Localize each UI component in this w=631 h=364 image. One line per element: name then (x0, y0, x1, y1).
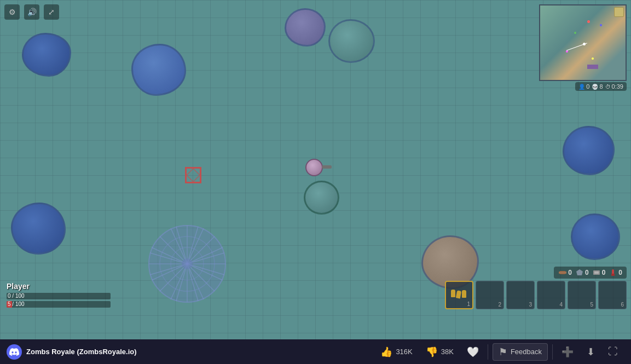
kills-stat: 💀 8 (592, 83, 603, 90)
inventory-slot-3[interactable]: 3 (506, 281, 535, 309)
metal-resource: 0 (592, 268, 606, 277)
taskbar-divider-2 (552, 344, 553, 360)
bullet-shape (462, 290, 466, 298)
inventory-row: 1 2 3 4 5 6 (445, 281, 627, 309)
bullet-shape (451, 290, 455, 297)
minimap-inner (540, 5, 626, 80)
like-button[interactable]: 👍 316K (374, 344, 419, 360)
player-panel: Player 0 / 100 5 / 100 (7, 282, 111, 309)
ammo-icon (609, 268, 617, 277)
inventory-slot-4[interactable]: 4 (537, 281, 565, 309)
health-bar-container: 0 / 100 (7, 293, 111, 299)
feedback-icon: ⚑ (499, 346, 507, 358)
fullscreen-button[interactable]: ⤢ (44, 4, 59, 20)
inventory-slot-1[interactable]: 1 (445, 281, 473, 309)
stone-count: 0 (585, 269, 589, 276)
slot-number-4: 4 (559, 302, 563, 308)
player-head (305, 159, 323, 176)
bush (571, 213, 620, 260)
settings-button[interactable]: ⚙ (4, 4, 20, 20)
player-bush (304, 181, 339, 215)
resource-row: 0 0 0 0 (554, 267, 627, 279)
like-icon: 👍 (380, 346, 392, 358)
top-controls: ⚙ 🔊 ⤢ (4, 4, 59, 20)
shield-bar-container: 5 / 100 (7, 301, 111, 308)
minimap-dot (587, 20, 590, 23)
items-bar: 0 0 0 0 (445, 267, 627, 309)
inventory-item-icon (451, 287, 467, 303)
ammo-resource: 0 (609, 268, 622, 277)
player-count-stat: 👤 0 (578, 83, 589, 90)
favorite-button[interactable]: 🤍 (460, 344, 485, 360)
minimap-dot (600, 24, 602, 26)
kills-icon: 💀 (592, 84, 598, 90)
download-button[interactable]: ⬇ (580, 344, 601, 360)
health-bar-bg: 0 / 100 (7, 293, 111, 299)
heart-icon: 🤍 (467, 346, 479, 358)
game-area: ⚙ 🔊 ⤢ 👤 0 💀 8 ⏱ 0:39 (0, 0, 631, 339)
bush (328, 19, 375, 63)
minimap-stats: 👤 0 💀 8 ⏱ 0:39 (575, 82, 627, 91)
follow-icon: ➕ (561, 346, 574, 358)
inventory-slot-2[interactable]: 2 (476, 281, 504, 309)
kills-value: 8 (599, 83, 603, 90)
health-bar-label: 0 / 100 (8, 293, 25, 299)
bush (11, 203, 66, 255)
ammo-count: 0 (618, 269, 622, 276)
player-name-label: Player (7, 282, 111, 291)
inventory-slot-6[interactable]: 6 (598, 281, 627, 309)
minimap-safe-zone (587, 65, 598, 69)
time-icon: ⏱ (605, 84, 611, 90)
follow-button[interactable]: ➕ (555, 344, 580, 360)
bush (563, 126, 615, 175)
minimap-dot (592, 57, 594, 60)
slot-number-5: 5 (590, 302, 593, 308)
wood-resource: 0 (558, 268, 572, 277)
bush (22, 33, 71, 77)
metal-icon (592, 268, 601, 277)
feedback-button[interactable]: ⚑ Feedback (493, 343, 548, 361)
slot-number-3: 3 (529, 302, 532, 308)
map-marker (185, 167, 201, 183)
bush (285, 8, 326, 47)
shield-bar-bg: 5 / 100 (7, 301, 111, 308)
inventory-slot-5[interactable]: 5 (568, 281, 596, 309)
player-weapon (322, 165, 332, 169)
dislike-icon: 👎 (426, 346, 438, 358)
bullet-shape (456, 290, 461, 298)
dislike-count: 38K (441, 348, 454, 356)
minimap (539, 4, 627, 81)
player-count-value: 0 (586, 83, 589, 90)
time-value: 0:39 (612, 83, 623, 90)
wood-icon (558, 268, 567, 277)
stone-icon (575, 268, 584, 277)
like-count: 316K (396, 348, 412, 356)
sound-button[interactable]: 🔊 (24, 4, 39, 20)
shield-bar-label: 5 / 100 (8, 301, 25, 308)
expand-icon: ⛶ (608, 346, 618, 357)
expand-button[interactable]: ⛶ (601, 344, 624, 360)
time-stat: ⏱ 0:39 (605, 83, 623, 90)
download-icon: ⬇ (587, 346, 595, 358)
taskbar: Zombs Royale (ZombsRoyale.io) 👍 316K 👎 3… (0, 339, 631, 364)
dislike-button[interactable]: 👎 38K (419, 344, 460, 360)
svg-rect-22 (611, 274, 615, 276)
map-icon (614, 7, 624, 17)
svg-marker-18 (576, 269, 583, 275)
taskbar-logo: Zombs Royale (ZombsRoyale.io) (7, 344, 137, 360)
slot-number-2: 2 (498, 302, 501, 308)
metal-count: 0 (602, 269, 606, 276)
player-character (305, 159, 323, 176)
map-marker-inner (186, 168, 200, 182)
game-title-label: Zombs Royale (ZombsRoyale.io) (26, 348, 137, 356)
bush (131, 44, 186, 96)
svg-rect-20 (594, 271, 599, 274)
stone-resource: 0 (575, 268, 589, 277)
slot-number-1: 1 (467, 301, 470, 307)
slot-number-6: 6 (621, 302, 624, 308)
minimap-dot (574, 32, 576, 34)
taskbar-divider-1 (488, 344, 488, 360)
feedback-label: Feedback (511, 348, 542, 356)
minimap-direction-line (566, 43, 587, 51)
discord-icon (7, 344, 22, 360)
